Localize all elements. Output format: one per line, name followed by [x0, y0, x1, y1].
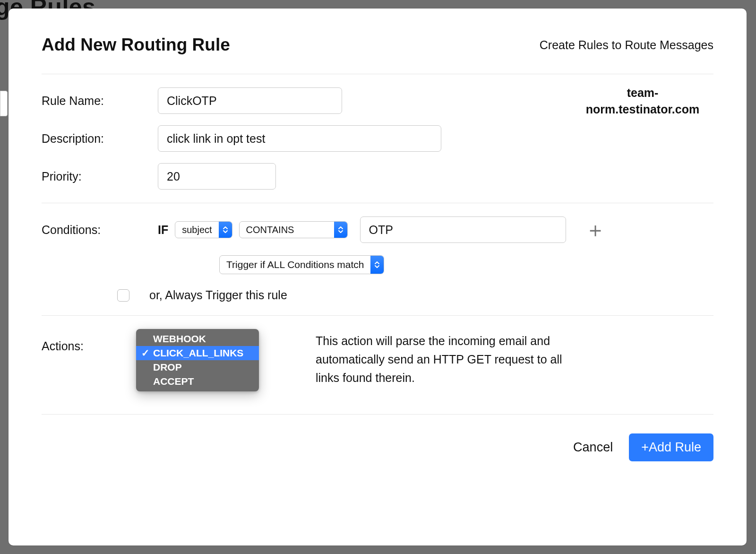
trigger-mode-row: Trigger if ALL Conditions match — [103, 255, 713, 274]
trigger-mode-value: Trigger if ALL Conditions match — [220, 256, 370, 274]
if-label: IF — [158, 223, 168, 237]
domain-label: team-norm.testinator.com — [572, 85, 713, 118]
select-stepper-icon — [370, 256, 384, 274]
always-trigger-checkbox[interactable] — [117, 289, 129, 302]
background-search-fragment — [0, 91, 8, 116]
actions-section: Actions: WEBHOOK CLICK_ALL_LINKS DROP AC… — [42, 316, 713, 415]
condition-field-select[interactable]: subject — [175, 221, 232, 238]
actions-dropdown[interactable]: WEBHOOK CLICK_ALL_LINKS DROP ACCEPT — [136, 329, 259, 391]
always-trigger-label: or, Always Trigger this rule — [149, 288, 287, 302]
select-stepper-icon — [334, 222, 347, 238]
modal-footer: Cancel +Add Rule — [42, 415, 713, 461]
add-rule-modal: Add New Routing Rule Create Rules to Rou… — [9, 9, 747, 545]
trigger-mode-select[interactable]: Trigger if ALL Conditions match — [219, 255, 384, 274]
action-option-drop[interactable]: DROP — [136, 360, 259, 374]
rule-name-label: Rule Name: — [42, 94, 158, 108]
condition-operator-value: CONTAINS — [240, 222, 301, 238]
condition-field-value: subject — [175, 222, 218, 238]
modal-subtitle: Create Rules to Route Messages — [540, 38, 713, 52]
conditions-label: Conditions: — [42, 223, 158, 237]
condition-operator-select[interactable]: CONTAINS — [239, 221, 348, 238]
rule-name-row: Rule Name: team-norm.testinator.com — [42, 87, 713, 114]
condition-row: Conditions: IF subject CONTAINS ＋ — [42, 216, 713, 243]
condition-value-input[interactable] — [360, 216, 566, 243]
action-option-accept[interactable]: ACCEPT — [136, 374, 259, 389]
modal-header: Add New Routing Rule Create Rules to Rou… — [42, 35, 713, 74]
add-rule-button[interactable]: +Add Rule — [629, 433, 713, 461]
add-condition-button[interactable]: ＋ — [585, 219, 606, 240]
priority-row: Priority: — [42, 163, 713, 190]
action-option-webhook[interactable]: WEBHOOK — [136, 332, 259, 346]
cancel-button[interactable]: Cancel — [573, 440, 613, 455]
priority-label: Priority: — [42, 170, 158, 183]
always-trigger-row: or, Always Trigger this rule — [117, 288, 713, 302]
description-input[interactable] — [158, 125, 441, 152]
rule-name-input[interactable] — [158, 87, 342, 114]
modal-title: Add New Routing Rule — [42, 35, 230, 55]
action-description: This action will parse the incoming emai… — [316, 329, 580, 391]
description-row: Description: — [42, 125, 713, 152]
description-label: Description: — [42, 132, 158, 146]
action-option-click-all-links[interactable]: CLICK_ALL_LINKS — [136, 346, 259, 360]
conditions-section: Conditions: IF subject CONTAINS ＋ — [42, 203, 713, 316]
actions-label: Actions: — [42, 329, 136, 391]
fields-section: Rule Name: team-norm.testinator.com Desc… — [42, 74, 713, 203]
priority-input[interactable] — [158, 163, 276, 190]
select-stepper-icon — [219, 222, 232, 238]
